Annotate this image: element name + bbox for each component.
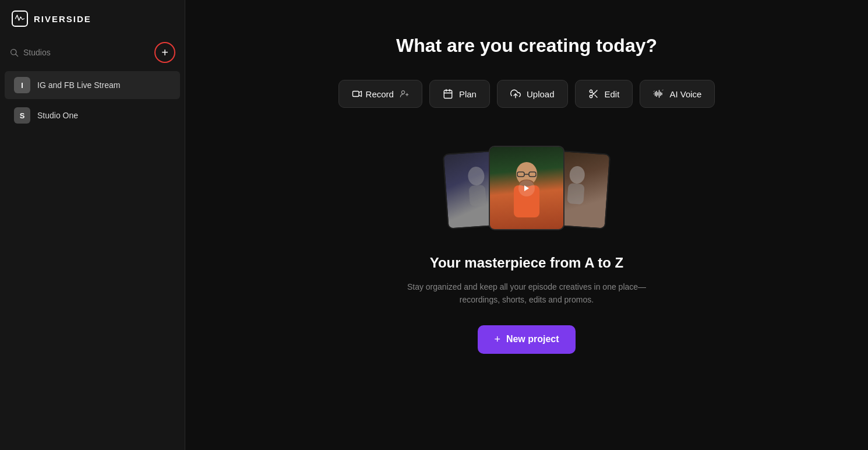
logo-text: RIVERSIDE [34,14,91,24]
studios-row: Studios + [0,37,185,68]
video-collage [445,143,608,236]
studio-name-studio-one: Studio One [37,111,78,120]
plus-icon: + [494,333,500,346]
promo-section: Your masterpiece from A to Z Stay organi… [387,143,666,354]
svg-marker-31 [524,185,529,191]
svg-point-32 [569,166,585,184]
sidebar-item-ig-fb[interactable]: I IG and FB Live Stream [5,71,180,99]
main-content: What are you creating today? Record [185,0,868,450]
studio-avatar-studio-one: S [14,107,30,124]
promo-description: Stay organized and keep all your episode… [387,280,666,307]
svg-line-14 [594,95,597,97]
video-card-center [489,146,564,230]
search-icon [9,48,19,57]
svg-rect-2 [352,92,359,97]
logo-icon [12,10,28,27]
page-title: What are you creating today? [396,35,657,57]
play-button-overlay[interactable] [518,180,535,196]
studios-label: Studios [23,48,150,57]
svg-rect-6 [444,90,452,99]
upload-icon [510,89,521,99]
waveform-icon [653,89,664,99]
action-buttons: Record Plan Upl [338,80,715,108]
scissors-icon [588,89,599,99]
edit-button[interactable]: Edit [575,80,633,108]
add-studio-button[interactable]: + [154,42,175,63]
svg-point-3 [401,91,404,94]
ai-voice-button[interactable]: AI Voice [640,80,715,108]
video-icon [352,89,362,99]
studio-name-ig-fb: IG and FB Live Stream [37,80,120,90]
sidebar: RIVERSIDE Studios + I IG and FB Live Str… [0,0,185,450]
studio-avatar-ig-fb: I [14,77,30,93]
promo-title: Your masterpiece from A to Z [430,255,624,271]
logo-area: RIVERSIDE [0,0,185,37]
new-project-button[interactable]: + New project [478,325,575,354]
svg-point-23 [467,166,485,186]
svg-line-15 [592,92,594,94]
invite-icon [400,89,409,99]
upload-button[interactable]: Upload [497,80,568,108]
svg-rect-24 [469,185,486,206]
plan-button[interactable]: Plan [429,80,490,108]
svg-rect-33 [567,183,584,205]
record-button[interactable]: Record [338,80,422,108]
sidebar-item-studio-one[interactable]: S Studio One [5,101,180,129]
calendar-icon [443,89,453,99]
svg-line-1 [16,54,18,57]
